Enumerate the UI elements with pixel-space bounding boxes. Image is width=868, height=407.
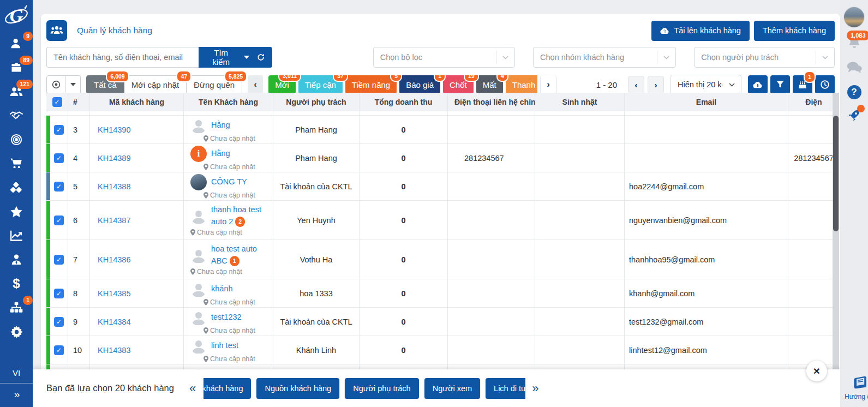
row-checkbox[interactable]: ✓ (54, 125, 64, 135)
customer-code-link[interactable]: KH14384 (98, 318, 130, 326)
table-row[interactable]: ✓ 5 KH14388 CÔNG TY Chưa cập nhật Tài kh… (46, 172, 839, 201)
language-switcher[interactable]: VI (0, 364, 33, 383)
table-row[interactable]: ✓ 3 KH14390 Hằng Chưa cập nhật Pham Hang… (46, 116, 839, 144)
assignee-select[interactable]: Chọn người phụ trách (694, 47, 835, 68)
customer-name-link[interactable]: CÔNG TY (211, 177, 247, 186)
status-tab-quote[interactable]: Báo giá1 (399, 75, 440, 94)
sidebar-item-finance[interactable]: $ (4, 273, 28, 295)
col-email[interactable]: Email (625, 93, 788, 111)
refresh-icon[interactable] (257, 53, 265, 62)
sidebar-item-customers[interactable]: 121 (4, 81, 28, 103)
search-button[interactable]: Tìm kiếm (199, 47, 272, 68)
status-tab-closed[interactable]: Chốt19 (443, 75, 474, 94)
page-size-select[interactable]: Hiển thị 20 kết quả (671, 75, 741, 94)
col-number[interactable]: # (68, 93, 90, 111)
actions-scroll-right-button[interactable]: » (532, 381, 538, 396)
action-viewer-button[interactable]: Người xem (424, 378, 480, 399)
guide-button[interactable]: Hướng dẫn (845, 375, 868, 400)
row-checkbox[interactable]: ✓ (54, 345, 64, 355)
table-row[interactable]: ✓ 7 KH14386 hoa test auto ABC1 Chưa cập … (46, 240, 839, 279)
sidebar-item-products[interactable] (4, 177, 28, 199)
history-button[interactable] (815, 75, 835, 94)
customer-code-link[interactable]: KH14388 (98, 182, 130, 191)
status-scroll-left-button[interactable]: ‹ (248, 75, 263, 94)
row-checkbox[interactable]: ✓ (54, 216, 64, 225)
table-row[interactable]: ✓ 4 KH14389 i Hằng Chưa cập nhật Pham Ha… (46, 144, 839, 172)
status-tab-lost[interactable]: Mất4 (476, 75, 503, 94)
col-revenue[interactable]: Tổng doanh thu (360, 93, 448, 111)
status-tab-potential[interactable]: Tiềm năng5 (345, 75, 397, 94)
col-birthday[interactable]: Sinh nhật (535, 93, 625, 111)
table-row[interactable]: ✓ 6 KH14387 thanh hoa test auto 22 Chưa … (46, 201, 839, 240)
whats-new-button[interactable] (840, 108, 868, 122)
chat-button[interactable] (840, 61, 868, 74)
sidebar-item-orders[interactable] (4, 153, 28, 175)
customer-name-link[interactable]: linh test (211, 341, 238, 350)
customer-name-link[interactable]: Hằng (211, 149, 230, 158)
sidebar-item-reports[interactable] (4, 225, 28, 247)
row-checkbox[interactable]: ✓ (54, 289, 64, 298)
row-checkbox[interactable]: ✓ (54, 317, 64, 327)
sidebar-item-deals[interactable]: 89 (4, 57, 28, 79)
filter-select[interactable]: Chọn bộ lọc (373, 47, 515, 68)
col-name[interactable]: Tên Khách hàng (184, 93, 273, 111)
sidebar-item-target[interactable] (4, 129, 28, 151)
action-customer-group-button[interactable]: hóm khách hàng (203, 378, 251, 399)
scrollbar-thumb[interactable] (833, 116, 839, 231)
prev-page-button[interactable]: ‹ (628, 76, 644, 93)
customer-code-link[interactable]: KH14390 (98, 125, 130, 134)
advanced-filter-button[interactable] (770, 75, 790, 94)
help-button[interactable]: ? (840, 85, 868, 99)
table-row[interactable]: ✓ 8 KH14385 khánh Chưa cập nhật hoa 1333… (46, 279, 839, 308)
status-tab-approach[interactable]: Tiếp cận37 (298, 75, 343, 94)
actions-scroll-left-button[interactable]: « (189, 381, 196, 396)
upload-customers-button[interactable]: Tải lên khách hàng (651, 21, 750, 41)
record-scope-caret-button[interactable] (65, 75, 81, 94)
col-phone[interactable]: Điện thoại liên hệ chính (448, 93, 535, 111)
action-assignee-button[interactable]: Người phụ trách (345, 378, 418, 399)
status-tab-new[interactable]: Mới3,011 (268, 75, 296, 94)
close-selection-bar-button[interactable]: × (806, 361, 827, 381)
user-avatar[interactable] (840, 7, 868, 27)
col-assignee[interactable]: Người phụ trách (273, 93, 360, 111)
customer-code-link[interactable]: KH14387 (98, 216, 130, 225)
sidebar-item-handshake[interactable] (4, 105, 28, 127)
sidebar-item-employees[interactable] (4, 249, 28, 271)
status-scroll-right-button[interactable]: › (541, 75, 556, 94)
app-logo[interactable]: G (0, 0, 33, 32)
customer-group-select[interactable]: Chọn nhóm khách hàng (533, 47, 676, 68)
status-tab-payment[interactable]: Thanh toán46 (506, 75, 537, 94)
col-phone2[interactable]: Điện (788, 93, 839, 111)
customer-code-link[interactable]: KH14385 (98, 289, 130, 298)
record-scope-button[interactable] (46, 75, 65, 94)
search-input[interactable] (46, 47, 199, 68)
action-route-schedule-button[interactable]: Lịch đi tuyến (486, 378, 525, 399)
sidebar-item-contacts[interactable]: 9 (4, 33, 28, 55)
customer-name-link[interactable]: test1232 (211, 313, 242, 321)
select-all-checkbox[interactable]: ✓ (52, 97, 62, 107)
col-code[interactable]: Mã khách hàng (90, 93, 184, 111)
customer-code-link[interactable]: KH14383 (98, 346, 130, 355)
table-scrollbar[interactable] (833, 93, 839, 369)
tab-recently-updated[interactable]: Mới cập nhật 47 (124, 75, 187, 94)
customer-name-link[interactable]: Hằng (211, 121, 230, 129)
customer-name-link[interactable]: khánh (211, 284, 233, 293)
sidebar-item-organization[interactable]: 1 (4, 297, 28, 319)
tab-all[interactable]: Tất cả 6,009 (86, 75, 124, 94)
action-customer-source-button[interactable]: Nguồn khách hàng (256, 378, 339, 399)
customer-code-link[interactable]: KH14389 (98, 154, 130, 163)
sidebar-item-settings[interactable] (4, 321, 28, 343)
export-button[interactable] (748, 75, 768, 94)
sidebar-expand-button[interactable]: » (0, 384, 33, 407)
notifications-button[interactable]: 1,083 (840, 35, 868, 49)
table-row[interactable]: ✓ 9 KH14384 test1232 Chưa cập nhật Tài k… (46, 308, 839, 336)
row-checkbox[interactable]: ✓ (54, 182, 64, 191)
sidebar-item-favorites[interactable] (4, 201, 28, 223)
birthday-filter-button[interactable]: 1 (793, 75, 812, 94)
table-row[interactable]: ✓ 10 KH14383 linh test Chưa cập nhật Khá… (46, 336, 839, 364)
row-checkbox[interactable]: ✓ (54, 153, 64, 163)
customer-code-link[interactable]: KH14386 (98, 255, 130, 264)
next-page-button[interactable]: › (648, 76, 664, 93)
row-checkbox[interactable]: ✓ (54, 255, 64, 265)
add-customer-button[interactable]: Thêm khách hàng (754, 21, 835, 41)
